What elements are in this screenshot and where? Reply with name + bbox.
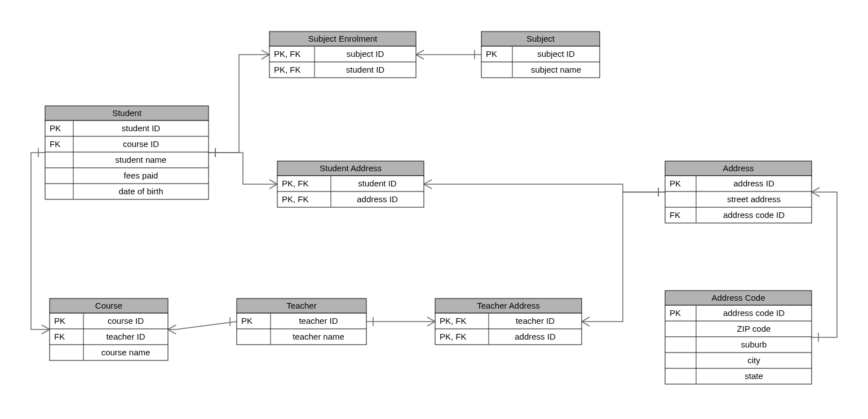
name-cell: teacher ID [106, 332, 145, 341]
entity-title: Teacher Address [477, 301, 540, 310]
name-cell: state [745, 371, 763, 381]
name-cell: address ID [357, 194, 398, 204]
rel-address-addresscode [812, 188, 837, 342]
entity-title: Address Code [711, 293, 765, 302]
entity-title: Teacher [286, 301, 316, 310]
entity-title: Course [95, 301, 122, 310]
name-cell: subject ID [347, 49, 384, 59]
name-cell: city [747, 355, 760, 365]
name-cell: student ID [346, 65, 385, 74]
entity-student: StudentPKstudent IDFKcourse IDstudent na… [45, 106, 209, 199]
key-cell: PK, FK [440, 332, 467, 341]
key-cell: FK [670, 210, 680, 220]
rel-course-teacher [168, 317, 237, 334]
entity-subject_enrolment: Subject EnrolmentPK, FKsubject IDPK, FKs… [269, 32, 416, 78]
key-cell: PK, FK [282, 179, 309, 188]
entity-title: Address [723, 163, 754, 173]
entity-student_address: Student AddressPK, FKstudent IDPK, FKadd… [277, 161, 424, 207]
rel-studentaddress-address [424, 180, 665, 197]
key-cell: PK [486, 49, 497, 59]
key-cell: FK [54, 332, 65, 341]
key-cell: PK [54, 316, 65, 326]
key-cell: PK, FK [274, 49, 301, 59]
name-cell: course name [101, 347, 150, 357]
entity-title: Subject Enrolment [308, 34, 378, 43]
name-cell: suburb [741, 340, 767, 349]
name-cell: street address [727, 194, 781, 204]
name-cell: teacher ID [299, 316, 338, 326]
name-cell: ZIP code [737, 324, 771, 333]
entity-title: Student Address [320, 163, 382, 173]
entity-teacher_address: Teacher AddressPK, FKteacher IDPK, FKadd… [435, 298, 582, 345]
name-cell: subject name [531, 65, 581, 74]
key-cell: PK [241, 316, 253, 326]
entity-subject: SubjectPKsubject IDsubject name [481, 32, 600, 78]
entity-course: CoursePKcourse IDFKteacher IDcourse name [50, 298, 168, 360]
name-cell: address code ID [723, 308, 785, 318]
rel-student-subjectenrolment [209, 50, 269, 157]
rel-teacheraddress-address [582, 188, 665, 326]
name-cell: student ID [358, 179, 397, 188]
entity-address_code: Address CodePKaddress code IDZIP codesub… [665, 291, 812, 384]
name-cell: address ID [515, 332, 556, 341]
name-cell: student name [116, 155, 167, 164]
key-cell: PK [670, 308, 681, 318]
entity-address: AddressPKaddress IDstreet addressFKaddre… [665, 161, 812, 223]
entity-title: Student [112, 108, 142, 118]
name-cell: address code ID [723, 210, 785, 220]
name-cell: student ID [122, 123, 161, 133]
entity-teacher: TeacherPKteacher IDteacher name [237, 298, 366, 345]
name-cell: teacher ID [516, 316, 555, 326]
name-cell: teacher name [293, 332, 344, 341]
entity-title: Subject [526, 34, 555, 43]
rel-subjectenrolment-subject [416, 50, 481, 59]
name-cell: course ID [123, 139, 159, 149]
rel-student-studentaddress [209, 148, 277, 189]
name-cell: fees paid [124, 171, 158, 180]
key-cell: PK, FK [440, 316, 467, 326]
name-cell: address ID [733, 179, 774, 188]
rel-teacher-teacheraddress [366, 317, 435, 326]
key-cell: PK, FK [274, 65, 301, 74]
key-cell: PK [670, 179, 681, 188]
name-cell: course ID [108, 316, 144, 326]
key-cell: PK, FK [282, 194, 309, 204]
name-cell: subject ID [537, 49, 575, 59]
key-cell: FK [50, 139, 60, 149]
key-cell: PK [50, 123, 61, 133]
name-cell: date of birth [118, 186, 163, 196]
